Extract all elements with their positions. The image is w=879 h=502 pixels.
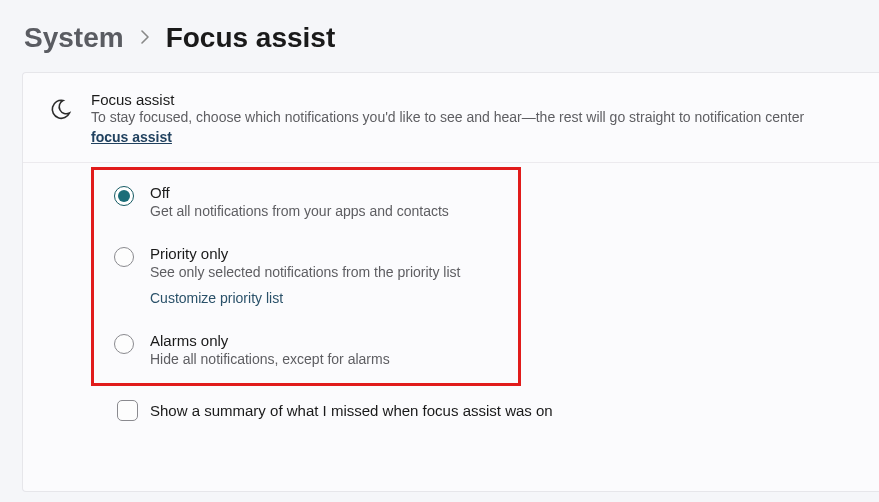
radio-alarms[interactable] bbox=[114, 334, 134, 354]
radio-option-alarms[interactable]: Alarms only Hide all notifications, exce… bbox=[114, 332, 498, 367]
radio-off[interactable] bbox=[114, 186, 134, 206]
summary-checkbox-label: Show a summary of what I missed when foc… bbox=[150, 402, 553, 419]
panel-description: To stay focused, choose which notificati… bbox=[91, 109, 804, 125]
summary-checkbox-row[interactable]: Show a summary of what I missed when foc… bbox=[117, 400, 879, 421]
breadcrumb-parent[interactable]: System bbox=[24, 22, 124, 54]
focus-assist-link[interactable]: focus assist bbox=[91, 129, 172, 145]
breadcrumb: System Focus assist bbox=[0, 0, 879, 72]
radio-options-group: Off Get all notifications from your apps… bbox=[91, 167, 521, 386]
radio-option-off[interactable]: Off Get all notifications from your apps… bbox=[114, 184, 498, 219]
panel-description-wrap: To stay focused, choose which notificati… bbox=[91, 108, 859, 128]
chevron-right-icon bbox=[140, 28, 150, 49]
radio-alarms-label: Alarms only bbox=[150, 332, 390, 349]
radio-priority-description: See only selected notifications from the… bbox=[150, 264, 460, 280]
panel-header: Focus assist To stay focused, choose whi… bbox=[23, 73, 879, 163]
radio-off-label: Off bbox=[150, 184, 449, 201]
radio-priority-label: Priority only bbox=[150, 245, 460, 262]
radio-alarms-description: Hide all notifications, except for alarm… bbox=[150, 351, 390, 367]
panel-title: Focus assist bbox=[91, 91, 859, 108]
summary-checkbox[interactable] bbox=[117, 400, 138, 421]
customize-priority-link[interactable]: Customize priority list bbox=[150, 290, 460, 306]
radio-option-priority[interactable]: Priority only See only selected notifica… bbox=[114, 245, 498, 306]
moon-icon bbox=[49, 97, 73, 125]
page-title: Focus assist bbox=[166, 22, 336, 54]
radio-off-description: Get all notifications from your apps and… bbox=[150, 203, 449, 219]
radio-priority[interactable] bbox=[114, 247, 134, 267]
settings-panel: Focus assist To stay focused, choose whi… bbox=[22, 72, 879, 492]
